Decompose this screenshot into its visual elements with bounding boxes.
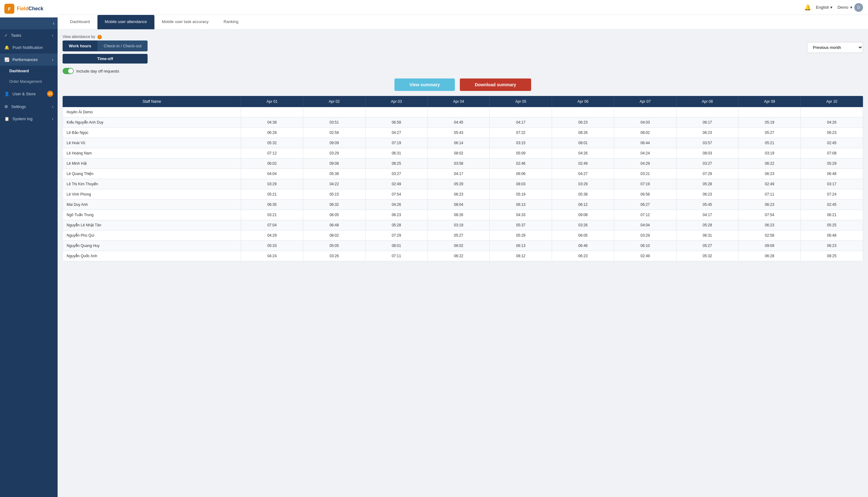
- attendance-button-group: Work hours Check-in / Check-out: [62, 41, 148, 52]
- time-cell: 05:25: [801, 220, 863, 230]
- table-row: Huyên Ái Demo: [63, 107, 863, 117]
- sidebar-item-performances[interactable]: 📈 Performances ›: [0, 54, 58, 66]
- time-cell: 04:26: [552, 148, 614, 158]
- sidebar-item-push-notification[interactable]: 🔔 Push Notification: [0, 41, 58, 54]
- sidebar-item-label: Performances: [12, 57, 38, 62]
- time-cell: 05:29: [676, 220, 738, 230]
- user-store-badge: 43: [47, 90, 53, 97]
- time-cell: 07:04: [241, 220, 303, 230]
- time-cell: 06:23: [738, 220, 801, 230]
- view-attendance-label: View attendance by i: [62, 34, 148, 39]
- time-cell: 04:27: [365, 128, 428, 138]
- include-row: Include day off requests: [62, 68, 863, 74]
- time-cell: 05:38: [552, 189, 614, 200]
- time-cell: 06:05: [552, 230, 614, 241]
- time-cell: 03:27: [365, 169, 428, 179]
- time-cell: 02:49: [552, 158, 614, 169]
- view-summary-button[interactable]: View summary: [394, 79, 455, 91]
- time-cell: 03:19: [428, 220, 490, 230]
- main-content: 🔔 English ▾ Demo ▾ D Dashboard Mobile us…: [58, 0, 868, 497]
- table-row: Lê Hoàng Nam07:1203:2906:3108:0205:0904:…: [63, 148, 863, 158]
- include-day-off-toggle[interactable]: [62, 68, 74, 74]
- include-day-off-label: Include day off requests: [76, 69, 119, 73]
- table-row: Ngô Tuấn Trung03:2106:0506:2308:2604:330…: [63, 210, 863, 220]
- date-header-apr-01: Apr 01: [241, 96, 303, 107]
- time-cell: 08:03: [676, 148, 738, 158]
- time-cell: 04:17: [490, 117, 552, 128]
- tabs-bar: Dashboard Mobile user attendance Mobile …: [58, 15, 868, 30]
- time-cell: 08:04: [428, 200, 490, 210]
- staff-name-cell: Nguyễn Quốc Anh: [63, 251, 241, 261]
- time-cell: 04:33: [490, 210, 552, 220]
- time-cell: 08:01: [365, 241, 428, 251]
- time-cell: 07:29: [676, 169, 738, 179]
- date-header-apr-10: Apr 10: [801, 96, 863, 107]
- time-cell: 02:58: [303, 128, 365, 138]
- time-cell: 06:23: [552, 251, 614, 261]
- staff-name-cell: Lê Vinh Phong: [63, 189, 241, 200]
- time-cell: 05:32: [676, 251, 738, 261]
- table-row: Nguyễn Phú Quí04:2908:0207:2905:2705:290…: [63, 230, 863, 241]
- time-cell: 08:25: [365, 158, 428, 169]
- sidebar-item-user-store[interactable]: 👤 User & Store 43: [0, 87, 58, 101]
- sidebar: F FieldCheck ‹ ✓ Tasks › 🔔 Push Notifica…: [0, 0, 58, 497]
- user-icon: 👤: [4, 91, 9, 96]
- tab-dashboard[interactable]: Dashboard: [62, 15, 98, 29]
- notification-bell-icon[interactable]: 🔔: [804, 4, 811, 11]
- time-cell: 04:26: [801, 117, 863, 128]
- time-cell: 04:04: [241, 169, 303, 179]
- date-header-apr-07: Apr 07: [614, 96, 676, 107]
- time-cell: 05:05: [303, 241, 365, 251]
- time-cell: 03:57: [676, 138, 738, 148]
- sidebar-item-system-log[interactable]: 📋 System log ›: [0, 113, 58, 125]
- sidebar-sub-item-dashboard[interactable]: Dashboard: [0, 66, 58, 76]
- sidebar-item-settings[interactable]: ⚙ Settings ›: [0, 101, 58, 113]
- time-cell: 04:22: [303, 179, 365, 189]
- time-cell: 05:27: [428, 230, 490, 241]
- time-cell: 04:26: [365, 200, 428, 210]
- sidebar-collapse-button[interactable]: ‹: [0, 17, 58, 29]
- time-cell: 06:32: [303, 200, 365, 210]
- time-cell: 08:03: [490, 179, 552, 189]
- date-header-apr-06: Apr 06: [552, 96, 614, 107]
- checkin-checkout-button[interactable]: Check-in / Check-out: [98, 41, 148, 52]
- download-summary-button[interactable]: Download summary: [460, 79, 531, 91]
- time-cell: 05:28: [676, 179, 738, 189]
- time-cell: 05:28: [365, 220, 428, 230]
- time-cell: 03:29: [303, 148, 365, 158]
- attendance-table-wrap: Staff NameApr 01Apr 02Apr 03Apr 04Apr 05…: [62, 96, 863, 261]
- user-menu[interactable]: Demo ▾ D: [838, 3, 863, 12]
- time-cell: 03:26: [303, 251, 365, 261]
- time-cell: 04:45: [428, 117, 490, 128]
- sidebar-item-tasks[interactable]: ✓ Tasks ›: [0, 29, 58, 41]
- info-icon: i: [98, 35, 102, 39]
- language-dropdown-icon: ▾: [830, 5, 833, 10]
- time-cell: 06:27: [614, 200, 676, 210]
- tasks-arrow-icon: ›: [52, 33, 53, 38]
- time-off-button[interactable]: Time-off: [62, 54, 148, 63]
- language-selector[interactable]: English ▾: [816, 5, 833, 10]
- time-cell: 03:19: [738, 148, 801, 158]
- work-hours-button[interactable]: Work hours: [62, 41, 98, 52]
- time-cell: 07:22: [490, 128, 552, 138]
- time-cell: 06:13: [490, 241, 552, 251]
- time-cell: 03:17: [801, 179, 863, 189]
- time-cell: 06:58: [614, 189, 676, 200]
- time-cell: 08:02: [428, 148, 490, 158]
- time-cell: [676, 107, 738, 117]
- time-cell: 06:23: [801, 128, 863, 138]
- tab-mobile-user-attendance[interactable]: Mobile user attendance: [98, 15, 155, 29]
- time-cell: 07:11: [365, 251, 428, 261]
- sidebar-sub-item-order-management[interactable]: Order Management: [0, 76, 58, 87]
- tab-ranking[interactable]: Ranking: [216, 15, 246, 29]
- time-cell: 08:26: [552, 128, 614, 138]
- time-cell: 06:23: [738, 200, 801, 210]
- time-cell: 03:51: [303, 117, 365, 128]
- table-row: Mai Duy Anh06:3506:3204:2608:0406:1306:1…: [63, 200, 863, 210]
- time-cell: 05:29: [490, 230, 552, 241]
- period-select[interactable]: Previous month Current month Custom rang…: [807, 42, 863, 53]
- tab-mobile-user-task-accuracy[interactable]: Mobile user task accuracy: [155, 15, 216, 29]
- time-cell: 06:22: [738, 158, 801, 169]
- time-cell: 05:32: [241, 138, 303, 148]
- settings-arrow-icon: ›: [52, 105, 53, 109]
